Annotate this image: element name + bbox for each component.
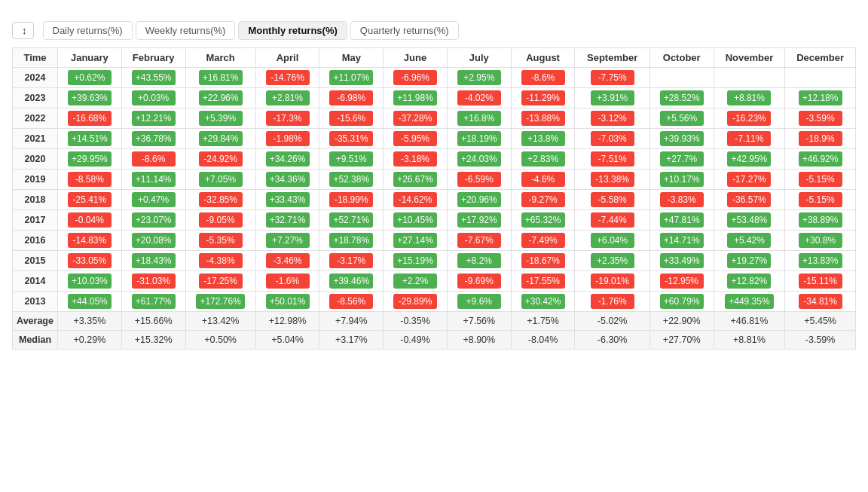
data-cell: +46.92%: [785, 149, 856, 170]
data-cell: +5.39%: [185, 108, 255, 129]
average-cell: +22.90%: [649, 312, 714, 331]
data-cell: -6.59%: [447, 170, 511, 190]
data-cell: -33.05%: [58, 251, 122, 271]
data-cell: -3.12%: [575, 108, 649, 129]
average-cell: +7.56%: [447, 312, 511, 331]
data-cell: +39.63%: [58, 88, 122, 108]
average-cell: +46.81%: [714, 312, 785, 331]
data-cell: +52.38%: [319, 170, 384, 190]
median-cell: +8.81%: [714, 331, 785, 350]
data-cell: -1.76%: [575, 292, 649, 312]
data-cell: +29.84%: [185, 129, 255, 149]
average-row: Average+3.35%+15.66%+13.42%+12.98%+7.94%…: [13, 312, 856, 331]
data-cell: +38.89%: [785, 210, 856, 231]
data-cell: +28.52%: [649, 88, 714, 108]
data-cell: +11.98%: [384, 88, 448, 108]
data-cell: -5.58%: [575, 190, 649, 210]
average-cell: +1.75%: [511, 312, 575, 331]
data-cell: +30.42%: [511, 292, 575, 312]
data-cell: +27.7%: [649, 149, 714, 170]
median-cell: +0.29%: [58, 331, 122, 350]
data-cell: +12.18%: [785, 88, 856, 108]
data-cell: -34.81%: [785, 292, 856, 312]
tab-monthly[interactable]: Monthly returns(%): [238, 21, 347, 40]
data-cell: +18.19%: [447, 129, 511, 149]
tab-daily[interactable]: Daily returns(%): [43, 21, 133, 40]
data-cell: +39.46%: [319, 271, 384, 292]
year-cell: 2015: [13, 251, 58, 271]
year-cell: 2016: [13, 231, 58, 251]
asset-selector[interactable]: ↕: [12, 22, 34, 39]
data-cell: +10.03%: [58, 271, 122, 292]
col-header-may: May: [319, 48, 384, 68]
data-cell: +39.93%: [649, 129, 714, 149]
col-header-time: Time: [13, 48, 58, 68]
median-cell: +3.17%: [319, 331, 384, 350]
data-cell: +9.6%: [447, 292, 511, 312]
table-row: 2015-33.05%+18.43%-4.38%-3.46%-3.17%+15.…: [13, 251, 856, 271]
table-row: 2021+14.51%+36.78%+29.84%-1.98%-35.31%-5…: [13, 129, 856, 149]
data-cell: -14.62%: [384, 190, 448, 210]
data-cell: +5.42%: [714, 231, 785, 251]
data-cell: +2.2%: [384, 271, 448, 292]
data-cell: -15.6%: [319, 108, 384, 129]
data-cell: +29.95%: [58, 149, 122, 170]
data-cell: -9.27%: [511, 190, 575, 210]
data-cell: -4.6%: [511, 170, 575, 190]
median-label: Median: [13, 331, 58, 350]
table-row: 2022-16.68%+12.21%+5.39%-17.3%-15.6%-37.…: [13, 108, 856, 129]
year-cell: 2024: [13, 68, 58, 88]
data-cell: +5.56%: [649, 108, 714, 129]
year-cell: 2019: [13, 170, 58, 190]
data-cell: -7.44%: [575, 210, 649, 231]
data-cell: +0.62%: [58, 68, 122, 88]
data-cell: -8.56%: [319, 292, 384, 312]
data-cell: +7.27%: [255, 231, 319, 251]
average-cell: -0.35%: [384, 312, 448, 331]
data-cell: +13.8%: [511, 129, 575, 149]
data-cell: +449.35%: [714, 292, 785, 312]
data-cell: +12.82%: [714, 271, 785, 292]
median-cell: -8.04%: [511, 331, 575, 350]
average-cell: -5.02%: [575, 312, 649, 331]
average-cell: +7.94%: [319, 312, 384, 331]
data-cell: -3.83%: [649, 190, 714, 210]
data-cell: -6.98%: [319, 88, 384, 108]
data-cell: [649, 68, 714, 88]
data-cell: -0.04%: [58, 210, 122, 231]
data-cell: +2.35%: [575, 251, 649, 271]
data-cell: -8.6%: [121, 149, 185, 170]
tab-quarterly[interactable]: Quarterly returns(%): [350, 21, 459, 40]
data-cell: +16.81%: [185, 68, 255, 88]
tab-weekly[interactable]: Weekly returns(%): [136, 21, 236, 40]
data-cell: -12.95%: [649, 271, 714, 292]
data-cell: +23.07%: [121, 210, 185, 231]
data-cell: +0.03%: [121, 88, 185, 108]
chevron-down-icon: ↕: [22, 25, 27, 36]
data-cell: +18.43%: [121, 251, 185, 271]
data-cell: +172.76%: [185, 292, 255, 312]
data-cell: -29.89%: [384, 292, 448, 312]
year-cell: 2014: [13, 271, 58, 292]
average-cell: +3.35%: [58, 312, 122, 331]
data-cell: +60.79%: [649, 292, 714, 312]
data-cell: +8.2%: [447, 251, 511, 271]
data-cell: +2.81%: [255, 88, 319, 108]
average-label: Average: [13, 312, 58, 331]
data-cell: -5.15%: [785, 170, 856, 190]
table-row: 2018-25.41%+0.47%-32.85%+33.43%-18.99%-1…: [13, 190, 856, 210]
data-cell: +20.96%: [447, 190, 511, 210]
table-header-row: TimeJanuaryFebruaryMarchAprilMayJuneJuly…: [13, 48, 856, 68]
median-cell: +8.90%: [447, 331, 511, 350]
data-cell: -4.38%: [185, 251, 255, 271]
data-cell: -5.35%: [185, 231, 255, 251]
median-cell: -3.59%: [785, 331, 856, 350]
data-cell: +10.17%: [649, 170, 714, 190]
median-cell: +27.70%: [649, 331, 714, 350]
data-cell: -35.31%: [319, 129, 384, 149]
data-cell: -18.9%: [785, 129, 856, 149]
data-cell: +12.21%: [121, 108, 185, 129]
median-cell: +5.04%: [255, 331, 319, 350]
data-cell: -18.99%: [319, 190, 384, 210]
year-cell: 2021: [13, 129, 58, 149]
